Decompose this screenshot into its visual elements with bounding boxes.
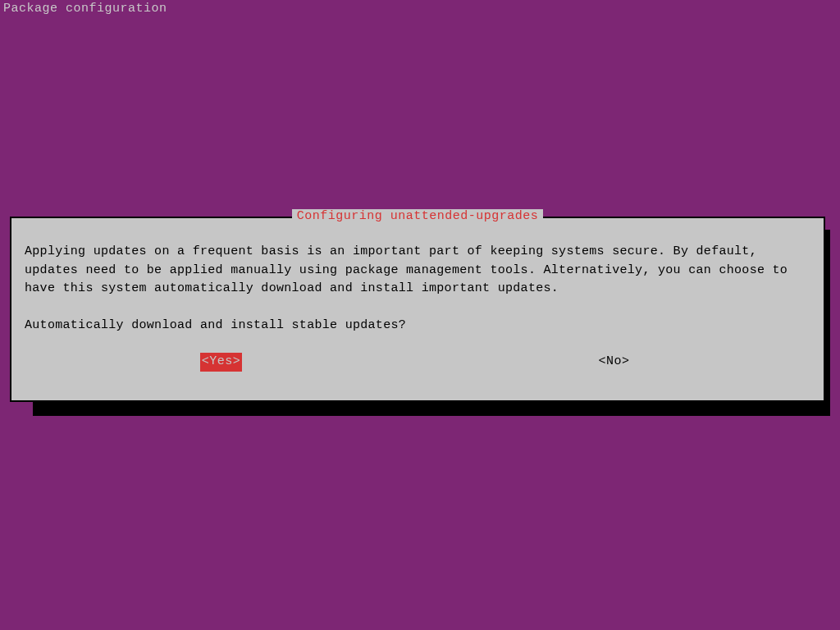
dialog-body: Applying updates on a frequent basis is …	[11, 218, 824, 372]
yes-button-col: <Yes>	[25, 353, 418, 372]
dialog-prompt: Automatically download and install stabl…	[25, 317, 810, 336]
dialog-inner: Configuring unattended-upgrades Applying…	[11, 218, 824, 400]
yes-button[interactable]: <Yes>	[200, 353, 243, 372]
dialog-box: Configuring unattended-upgrades Applying…	[10, 217, 825, 402]
dialog-description: Applying updates on a frequent basis is …	[25, 243, 810, 299]
button-row: <Yes> <No>	[25, 353, 810, 372]
page-title: Package configuration	[0, 0, 840, 17]
no-button[interactable]: <No>	[596, 353, 631, 372]
dialog-title-wrap: Configuring unattended-upgrades	[11, 209, 824, 223]
dialog-title: Configuring unattended-upgrades	[292, 209, 544, 223]
no-button-col: <No>	[418, 353, 810, 372]
